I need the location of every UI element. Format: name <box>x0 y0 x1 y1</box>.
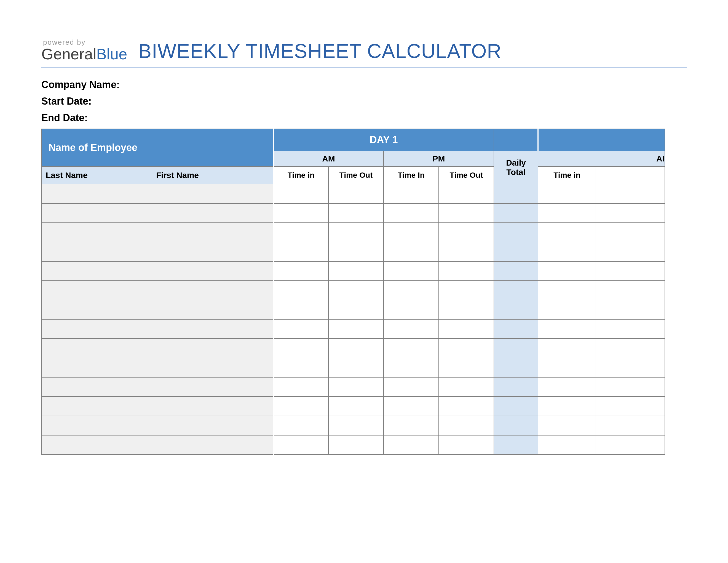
cell-pm-out[interactable] <box>439 319 494 339</box>
cell-am2-in[interactable] <box>538 397 596 416</box>
cell-am2-in[interactable] <box>538 184 596 203</box>
cell-pm-out[interactable] <box>439 261 494 281</box>
cell-pm-in[interactable] <box>384 435 439 455</box>
cell-pm-out[interactable] <box>439 300 494 319</box>
cell-am-out[interactable] <box>328 261 384 281</box>
cell-last-name[interactable] <box>42 281 152 300</box>
cell-pm-in[interactable] <box>384 339 439 358</box>
cell-last-name[interactable] <box>42 242 152 261</box>
cell-pm-in[interactable] <box>384 281 439 300</box>
cell-am2-out[interactable] <box>596 184 665 203</box>
cell-am-out[interactable] <box>328 416 384 435</box>
cell-am-in[interactable] <box>273 319 328 339</box>
cell-am2-out[interactable] <box>596 203 665 223</box>
cell-pm-in[interactable] <box>384 397 439 416</box>
cell-am2-out[interactable] <box>596 261 665 281</box>
cell-last-name[interactable] <box>42 223 152 242</box>
cell-first-name[interactable] <box>152 397 273 416</box>
cell-first-name[interactable] <box>152 184 273 203</box>
cell-am-out[interactable] <box>328 339 384 358</box>
cell-am2-in[interactable] <box>538 242 596 261</box>
cell-am-in[interactable] <box>273 397 328 416</box>
cell-am2-in[interactable] <box>538 435 596 455</box>
cell-am2-in[interactable] <box>538 416 596 435</box>
cell-first-name[interactable] <box>152 203 273 223</box>
cell-first-name[interactable] <box>152 300 273 319</box>
cell-am2-out[interactable] <box>596 358 665 377</box>
cell-am2-out[interactable] <box>596 416 665 435</box>
cell-am2-out[interactable] <box>596 319 665 339</box>
cell-am-out[interactable] <box>328 435 384 455</box>
cell-pm-out[interactable] <box>439 358 494 377</box>
cell-am-in[interactable] <box>273 281 328 300</box>
cell-pm-out[interactable] <box>439 242 494 261</box>
cell-am2-in[interactable] <box>538 261 596 281</box>
cell-pm-out[interactable] <box>439 223 494 242</box>
cell-pm-in[interactable] <box>384 300 439 319</box>
cell-pm-in[interactable] <box>384 261 439 281</box>
cell-pm-out[interactable] <box>439 416 494 435</box>
cell-first-name[interactable] <box>152 223 273 242</box>
cell-last-name[interactable] <box>42 319 152 339</box>
cell-last-name[interactable] <box>42 184 152 203</box>
cell-pm-in[interactable] <box>384 319 439 339</box>
cell-am2-in[interactable] <box>538 358 596 377</box>
cell-pm-in[interactable] <box>384 377 439 397</box>
cell-pm-out[interactable] <box>439 281 494 300</box>
cell-last-name[interactable] <box>42 339 152 358</box>
cell-am2-out[interactable] <box>596 397 665 416</box>
cell-first-name[interactable] <box>152 435 273 455</box>
cell-last-name[interactable] <box>42 397 152 416</box>
cell-am-out[interactable] <box>328 242 384 261</box>
cell-pm-in[interactable] <box>384 184 439 203</box>
cell-am-in[interactable] <box>273 261 328 281</box>
cell-first-name[interactable] <box>152 339 273 358</box>
cell-first-name[interactable] <box>152 358 273 377</box>
cell-first-name[interactable] <box>152 377 273 397</box>
cell-am-in[interactable] <box>273 416 328 435</box>
cell-am-out[interactable] <box>328 397 384 416</box>
cell-first-name[interactable] <box>152 242 273 261</box>
cell-am-in[interactable] <box>273 435 328 455</box>
cell-am-in[interactable] <box>273 377 328 397</box>
cell-last-name[interactable] <box>42 377 152 397</box>
cell-am2-out[interactable] <box>596 223 665 242</box>
cell-am-in[interactable] <box>273 184 328 203</box>
cell-am2-out[interactable] <box>596 242 665 261</box>
cell-am2-in[interactable] <box>538 339 596 358</box>
cell-pm-in[interactable] <box>384 416 439 435</box>
cell-last-name[interactable] <box>42 435 152 455</box>
cell-am-out[interactable] <box>328 203 384 223</box>
cell-pm-in[interactable] <box>384 223 439 242</box>
cell-last-name[interactable] <box>42 203 152 223</box>
cell-am2-out[interactable] <box>596 435 665 455</box>
cell-am-in[interactable] <box>273 242 328 261</box>
cell-am-out[interactable] <box>328 300 384 319</box>
cell-pm-in[interactable] <box>384 358 439 377</box>
cell-am2-out[interactable] <box>596 377 665 397</box>
cell-am2-in[interactable] <box>538 319 596 339</box>
cell-am2-in[interactable] <box>538 281 596 300</box>
cell-am-out[interactable] <box>328 358 384 377</box>
cell-am-in[interactable] <box>273 358 328 377</box>
cell-am2-out[interactable] <box>596 339 665 358</box>
cell-am2-in[interactable] <box>538 300 596 319</box>
cell-am-in[interactable] <box>273 223 328 242</box>
cell-am-out[interactable] <box>328 319 384 339</box>
cell-pm-out[interactable] <box>439 435 494 455</box>
cell-am-in[interactable] <box>273 300 328 319</box>
cell-am2-in[interactable] <box>538 203 596 223</box>
cell-am-out[interactable] <box>328 223 384 242</box>
cell-last-name[interactable] <box>42 358 152 377</box>
cell-pm-out[interactable] <box>439 203 494 223</box>
cell-last-name[interactable] <box>42 416 152 435</box>
cell-am2-out[interactable] <box>596 281 665 300</box>
cell-pm-in[interactable] <box>384 242 439 261</box>
cell-first-name[interactable] <box>152 416 273 435</box>
cell-pm-out[interactable] <box>439 184 494 203</box>
cell-am-in[interactable] <box>273 203 328 223</box>
cell-pm-in[interactable] <box>384 203 439 223</box>
cell-am2-in[interactable] <box>538 223 596 242</box>
cell-am-in[interactable] <box>273 339 328 358</box>
cell-pm-out[interactable] <box>439 377 494 397</box>
